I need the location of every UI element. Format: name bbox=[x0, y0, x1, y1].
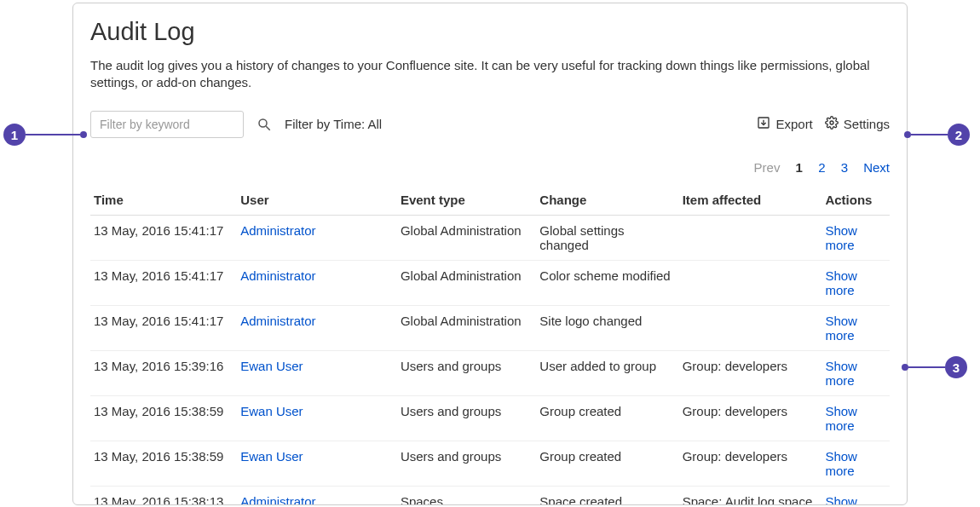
export-button[interactable]: Export bbox=[757, 116, 812, 132]
callout-2-badge: 2 bbox=[948, 124, 970, 146]
settings-button[interactable]: Settings bbox=[825, 116, 890, 132]
cell-time: 13 May, 2016 15:38:59 bbox=[90, 441, 237, 486]
cell-event-type: Global Administration bbox=[397, 215, 536, 260]
callout-1-badge: 1 bbox=[3, 124, 26, 146]
cell-time: 13 May, 2016 15:41:17 bbox=[90, 305, 237, 350]
col-header-actions: Actions bbox=[821, 185, 890, 216]
user-link[interactable]: Administrator bbox=[240, 268, 315, 283]
callout-1: 1 bbox=[3, 124, 87, 146]
user-link[interactable]: Ewan User bbox=[240, 404, 303, 418]
cell-change: Group created bbox=[536, 441, 678, 486]
audit-log-panel: Audit Log The audit log gives you a hist… bbox=[72, 3, 908, 505]
cell-event-type: Global Administration bbox=[397, 305, 536, 350]
cell-time: 13 May, 2016 15:41:17 bbox=[90, 215, 237, 260]
callout-3: 3 bbox=[902, 356, 967, 378]
show-more-link[interactable]: Show more bbox=[825, 404, 857, 433]
settings-label: Settings bbox=[844, 117, 890, 131]
callout-2: 2 bbox=[904, 124, 970, 146]
cell-event-type: Users and groups bbox=[397, 441, 536, 486]
filter-time-dropdown[interactable]: Filter by Time: All bbox=[285, 117, 382, 131]
table-row: 13 May, 2016 15:38:59 Ewan User Users an… bbox=[90, 441, 890, 486]
show-more-link[interactable]: Show more bbox=[825, 268, 857, 297]
user-link[interactable]: Ewan User bbox=[240, 359, 303, 373]
pagination-page-1[interactable]: 1 bbox=[796, 160, 803, 175]
cell-event-type: Users and groups bbox=[397, 350, 536, 395]
cell-event-type: Users and groups bbox=[397, 395, 536, 441]
pagination-prev[interactable]: Prev bbox=[754, 160, 781, 175]
toolbar: Filter by Time: All Export Settings bbox=[90, 111, 890, 138]
cell-time: 13 May, 2016 15:41:17 bbox=[90, 260, 237, 305]
show-more-link[interactable]: Show more bbox=[825, 359, 857, 388]
user-link[interactable]: Administrator bbox=[240, 494, 315, 506]
export-label: Export bbox=[775, 117, 812, 131]
cell-event-type: Spaces bbox=[397, 486, 536, 505]
user-link[interactable]: Administrator bbox=[240, 314, 315, 328]
filter-keyword-input[interactable] bbox=[90, 111, 244, 138]
col-header-user: User bbox=[237, 185, 397, 216]
cell-change: User added to group bbox=[536, 350, 678, 395]
pagination-next[interactable]: Next bbox=[863, 160, 890, 175]
cell-change: Global settings changed bbox=[536, 215, 678, 260]
cell-time: 13 May, 2016 15:38:59 bbox=[90, 395, 237, 441]
svg-line-1 bbox=[266, 126, 270, 130]
cell-event-type: Global Administration bbox=[397, 260, 536, 305]
user-link[interactable]: Ewan User bbox=[240, 449, 303, 464]
cell-item-affected: Space: Audit log space bbox=[679, 486, 822, 505]
table-row: 13 May, 2016 15:38:13 Administrator Spac… bbox=[90, 486, 890, 505]
cell-item-affected: Group: developers bbox=[679, 350, 822, 395]
cell-item-affected bbox=[679, 305, 822, 350]
cell-item-affected bbox=[679, 260, 822, 305]
audit-log-table: Time User Event type Change Item affecte… bbox=[90, 185, 890, 506]
page-description: The audit log gives you a history of cha… bbox=[90, 57, 890, 92]
cell-item-affected: Group: developers bbox=[679, 395, 822, 441]
page-title: Audit Log bbox=[90, 18, 890, 46]
export-icon bbox=[757, 116, 770, 132]
search-icon[interactable] bbox=[256, 116, 273, 133]
cell-item-affected bbox=[679, 215, 822, 260]
pagination-page-3[interactable]: 3 bbox=[841, 160, 848, 175]
table-row: 13 May, 2016 15:39:16 Ewan User Users an… bbox=[90, 350, 890, 395]
callout-3-badge: 3 bbox=[945, 356, 967, 378]
col-header-event-type: Event type bbox=[397, 185, 536, 216]
user-link[interactable]: Administrator bbox=[240, 223, 315, 238]
cell-change: Group created bbox=[536, 395, 678, 441]
col-header-item-affected: Item affected bbox=[679, 185, 822, 216]
cell-change: Space created bbox=[536, 486, 678, 505]
table-row: 13 May, 2016 15:41:17 Administrator Glob… bbox=[90, 260, 890, 305]
svg-point-4 bbox=[830, 121, 833, 124]
table-row: 13 May, 2016 15:38:59 Ewan User Users an… bbox=[90, 395, 890, 441]
cell-change: Color scheme modified bbox=[536, 260, 678, 305]
show-more-link[interactable]: Show more bbox=[825, 223, 857, 252]
gear-icon bbox=[825, 116, 839, 132]
show-more-link[interactable]: Show more bbox=[825, 494, 857, 506]
pagination-page-2[interactable]: 2 bbox=[818, 160, 825, 175]
cell-change: Site logo changed bbox=[536, 305, 678, 350]
pagination: Prev 1 2 3 Next bbox=[90, 160, 890, 175]
table-row: 13 May, 2016 15:41:17 Administrator Glob… bbox=[90, 215, 890, 260]
show-more-link[interactable]: Show more bbox=[825, 449, 857, 478]
cell-item-affected: Group: developers bbox=[679, 441, 822, 486]
table-row: 13 May, 2016 15:41:17 Administrator Glob… bbox=[90, 305, 890, 350]
col-header-time: Time bbox=[90, 185, 237, 216]
cell-time: 13 May, 2016 15:38:13 bbox=[90, 486, 237, 505]
cell-time: 13 May, 2016 15:39:16 bbox=[90, 350, 237, 395]
svg-point-0 bbox=[259, 119, 267, 127]
col-header-change: Change bbox=[536, 185, 678, 216]
show-more-link[interactable]: Show more bbox=[825, 314, 857, 343]
